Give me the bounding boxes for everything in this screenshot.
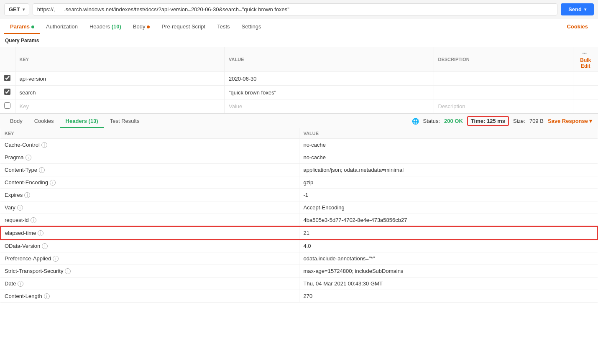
col-key: KEY (15, 47, 225, 72)
info-icon[interactable]: i (39, 167, 45, 173)
list-item: DateiThu, 04 Mar 2021 00:43:30 GMT (0, 277, 598, 290)
tab-authorization[interactable]: Authorization (40, 19, 84, 34)
method-chevron-icon: ▾ (23, 7, 25, 12)
info-icon[interactable]: i (50, 180, 56, 186)
row2-description (434, 86, 573, 99)
info-icon[interactable]: i (53, 256, 59, 262)
params-dot (31, 25, 34, 28)
header-key-12: Content-Lengthi (0, 290, 299, 303)
headers-col-key: KEY (0, 128, 299, 139)
list-item: VaryiAccept-Encoding (0, 201, 598, 214)
row3-value[interactable]: Value (225, 99, 434, 113)
info-icon[interactable]: i (26, 155, 31, 160)
row3-key[interactable]: Key (15, 99, 225, 113)
list-item: Preference-Appliediodata.include-annotat… (0, 252, 598, 265)
list-item: Strict-Transport-Securityimax-age=157248… (0, 265, 598, 277)
row1-description (434, 72, 573, 86)
save-response-button[interactable]: Save Response ▾ (548, 118, 592, 124)
tab-prerequest[interactable]: Pre-request Script (156, 19, 211, 34)
method-label: GET (9, 6, 20, 13)
headers-col-value: VALUE (299, 128, 598, 139)
more-options-icon[interactable]: ··· (582, 50, 586, 57)
tab-body[interactable]: Body (127, 19, 156, 34)
header-value-5: Accept-Encoding (299, 201, 598, 214)
header-key-1: Pragmai (0, 151, 299, 164)
tab-settings[interactable]: Settings (236, 19, 267, 34)
row2-actions (573, 86, 598, 99)
row1-value: 2020-06-30 (225, 72, 434, 86)
header-key-3: Content-Encodingi (0, 176, 299, 189)
header-key-4: Expiresi (0, 189, 299, 201)
globe-icon: 🌐 (412, 118, 419, 125)
row3-description[interactable]: Description (434, 99, 573, 113)
table-row: api-version 2020-06-30 (0, 72, 598, 86)
header-key-2: Content-Typei (0, 164, 299, 176)
col-description: DESCRIPTION (434, 47, 573, 72)
header-key-8: OData-Versioni (0, 239, 299, 252)
header-key-9: Preference-Appliedi (0, 252, 299, 265)
info-icon[interactable]: i (65, 268, 71, 274)
header-value-12: 270 (299, 290, 598, 303)
list-item: request-idi4ba505e3-5d77-4702-8e4e-473a5… (0, 214, 598, 227)
list-item: Expiresi-1 (0, 189, 598, 201)
col-actions: ··· Bulk Edit (573, 47, 598, 72)
params-table: KEY VALUE DESCRIPTION ··· Bulk Edit api-… (0, 47, 598, 113)
size-value: 709 B (529, 118, 544, 124)
header-value-3: gzip (299, 176, 598, 189)
header-value-2: application/json; odata.metadata=minimal (299, 164, 598, 176)
resp-tab-testresults[interactable]: Test Results (104, 114, 146, 128)
row2-checkbox[interactable] (4, 89, 10, 95)
headers-table: KEY VALUE Cache-Controlino-cachePragmain… (0, 128, 598, 303)
header-value-1: no-cache (299, 151, 598, 164)
table-row: search "quick brown foxes" (0, 86, 598, 99)
response-tabs: Body Cookies Headers (13) Test Results 🌐… (0, 114, 598, 128)
info-icon[interactable]: i (31, 217, 36, 223)
header-value-6: 4ba505e3-5d77-4702-8e4e-473a5856cb27 (299, 214, 598, 227)
time-value-box: Time: 125 ms (467, 116, 509, 126)
header-value-7: 21 (299, 227, 598, 239)
tab-params[interactable]: Params (4, 19, 40, 34)
list-item: Content-Lengthi270 (0, 290, 598, 303)
info-icon[interactable]: i (17, 205, 23, 211)
response-status-area: 🌐 Status: 200 OK Time: 125 ms Size: 709 … (412, 116, 594, 126)
resp-tab-body[interactable]: Body (4, 114, 28, 128)
col-checkbox (0, 47, 15, 72)
bulk-edit-button[interactable]: Bulk Edit (580, 57, 591, 69)
info-icon[interactable]: i (44, 293, 50, 299)
header-value-11: Thu, 04 Mar 2021 00:43:30 GMT (299, 277, 598, 290)
save-response-chevron-icon: ▾ (589, 118, 592, 124)
info-icon[interactable]: i (18, 281, 23, 287)
header-key-10: Strict-Transport-Securityi (0, 265, 299, 277)
body-dot (147, 25, 150, 28)
header-value-9: odata.include-annotations="*" (299, 252, 598, 265)
resp-tab-headers[interactable]: Headers (13) (60, 114, 104, 128)
send-button[interactable]: Send ▾ (561, 3, 594, 15)
header-key-0: Cache-Controli (0, 139, 299, 151)
query-params-title: Query Params (0, 34, 598, 47)
url-bar: GET ▾ Send ▾ (0, 0, 598, 19)
resp-tab-cookies[interactable]: Cookies (28, 114, 60, 128)
list-item: Content-Encodingigzip (0, 176, 598, 189)
list-item: Pragmaino-cache (0, 151, 598, 164)
info-icon[interactable]: i (41, 142, 47, 148)
row3-actions (573, 99, 598, 113)
row3-checkbox[interactable] (4, 102, 10, 109)
row1-key: api-version (15, 72, 225, 86)
header-key-7: elapsed-timei (0, 227, 299, 239)
status-value: 200 OK (444, 118, 463, 124)
info-icon[interactable]: i (42, 243, 48, 249)
header-value-8: 4.0 (299, 239, 598, 252)
size-label: Size: (513, 118, 525, 124)
method-dropdown[interactable]: GET ▾ (4, 3, 29, 15)
tab-headers[interactable]: Headers (10) (84, 19, 127, 34)
header-value-10: max-age=15724800; includeSubDomains (299, 265, 598, 277)
row2-key: search (15, 86, 225, 99)
url-input[interactable] (33, 3, 557, 15)
tab-cookies[interactable]: Cookies (561, 19, 594, 34)
info-icon[interactable]: i (24, 192, 30, 198)
header-key-11: Datei (0, 277, 299, 290)
row1-checkbox[interactable] (4, 75, 10, 81)
request-tabs: Params Authorization Headers (10) Body P… (0, 19, 598, 34)
info-icon[interactable]: i (38, 230, 43, 236)
tab-tests[interactable]: Tests (211, 19, 235, 34)
